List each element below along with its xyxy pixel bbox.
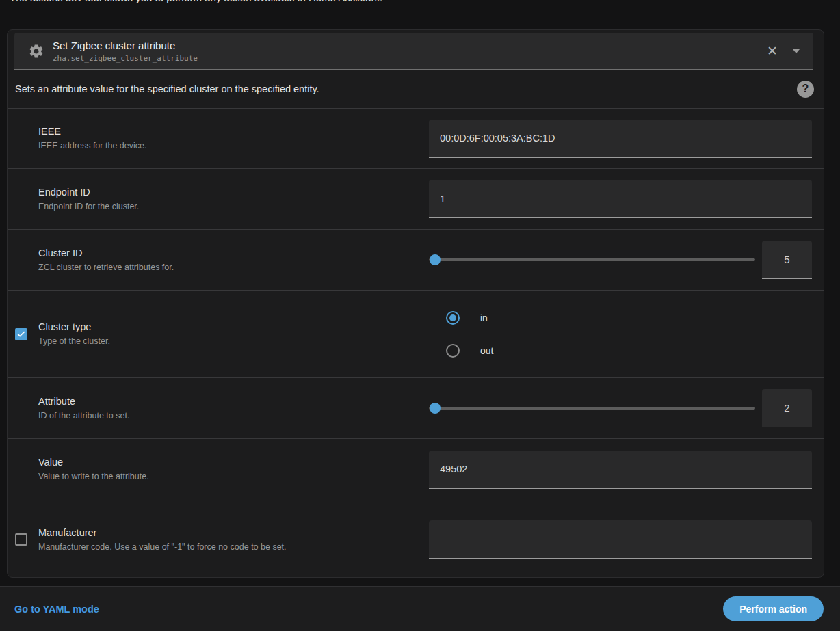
field-label: IEEE <box>38 125 421 138</box>
field-description: ZCL cluster to retrieve attributes for. <box>38 262 421 273</box>
service-description-row: Sets an attribute value for the specifie… <box>8 70 824 108</box>
clear-service-icon[interactable]: ✕ <box>767 44 778 57</box>
field-row-attribute: Attribute ID of the attribute to set. 2 <box>8 377 824 438</box>
field-row-ieee: IEEE IEEE address for the device. <box>8 108 824 168</box>
service-description: Sets an attribute value for the specifie… <box>15 83 797 94</box>
endpoint-id-input[interactable] <box>429 180 812 218</box>
radio-label: out <box>480 345 493 356</box>
slider-track <box>429 407 755 410</box>
slider-thumb[interactable] <box>430 403 441 414</box>
ieee-input[interactable] <box>429 120 812 158</box>
radio-selected-icon <box>446 311 460 325</box>
perform-action-button[interactable]: Perform action <box>723 596 824 621</box>
radio-label: in <box>480 312 488 323</box>
checkmark-icon <box>15 328 27 340</box>
field-row-manufacturer: Manufacturer Manufacturer code. Use a va… <box>8 500 824 578</box>
field-label: Attribute <box>38 395 421 408</box>
dialog-footer: Go to YAML mode Perform action <box>0 586 840 631</box>
field-description: Value to write to the attribute. <box>38 471 421 483</box>
service-id: zha.set_zigbee_cluster_attribute <box>53 53 767 64</box>
field-row-value: Value Value to write to the attribute. <box>8 438 824 500</box>
field-description: ID of the attribute to set. <box>38 410 421 422</box>
dialog-title: Set Zigbee cluster attribute <box>53 39 767 52</box>
service-header-text: Set Zigbee cluster attribute zha.set_zig… <box>53 39 767 64</box>
radio-option-out[interactable]: out <box>446 344 493 358</box>
go-to-yaml-mode-link[interactable]: Go to YAML mode <box>14 604 99 615</box>
attribute-slider[interactable] <box>429 397 755 419</box>
attribute-value-box[interactable]: 2 <box>762 389 812 427</box>
cluster-type-checkbox[interactable] <box>15 328 27 340</box>
field-description: Endpoint ID for the cluster. <box>38 201 421 213</box>
field-row-cluster-id: Cluster ID ZCL cluster to retrieve attri… <box>8 229 824 290</box>
cluster-type-radio-group: in out <box>429 311 493 358</box>
manufacturer-checkbox[interactable] <box>15 533 27 546</box>
slider-track <box>429 258 755 261</box>
manufacturer-input[interactable] <box>429 520 812 559</box>
cluster-id-slider[interactable] <box>429 249 755 271</box>
field-label: Value <box>38 456 421 469</box>
field-row-cluster-type: Cluster type Type of the cluster. in out <box>8 290 824 377</box>
action-dialog-card: Set Zigbee cluster attribute zha.set_zig… <box>7 29 824 578</box>
chevron-down-icon[interactable] <box>793 49 800 53</box>
value-input[interactable] <box>429 451 812 489</box>
slider-thumb[interactable] <box>430 254 441 265</box>
field-row-endpoint-id: Endpoint ID Endpoint ID for the cluster. <box>8 168 824 229</box>
cluster-id-value-box[interactable]: 5 <box>762 241 812 279</box>
radio-option-in[interactable]: in <box>446 311 493 325</box>
service-fields: IEEE IEEE address for the device. Endpoi… <box>8 108 824 578</box>
gear-icon <box>28 43 44 59</box>
field-label: Endpoint ID <box>38 186 421 199</box>
radio-unselected-icon <box>446 344 460 358</box>
field-description: Type of the cluster. <box>38 336 421 347</box>
field-description: IEEE address for the device. <box>38 140 421 152</box>
service-selector[interactable]: Set Zigbee cluster attribute zha.set_zig… <box>14 33 813 70</box>
field-label: Cluster ID <box>38 247 421 260</box>
field-label: Cluster type <box>38 321 421 334</box>
field-description: Manufacturer code. Use a value of "-1" t… <box>38 541 421 553</box>
field-label: Manufacturer <box>38 526 421 539</box>
help-icon[interactable]: ? <box>797 81 814 98</box>
page-intro-text: The actions dev tool allows you to perfo… <box>10 0 382 3</box>
